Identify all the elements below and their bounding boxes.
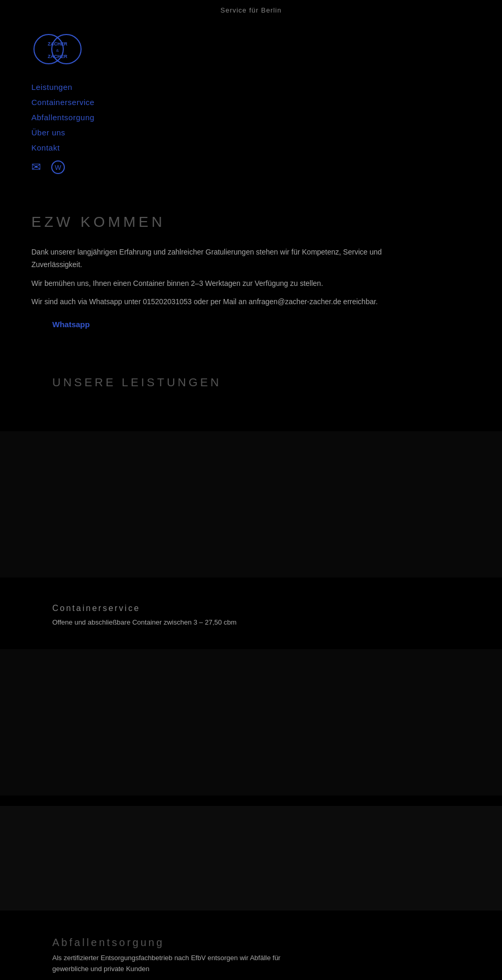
- service-image-3: [0, 806, 502, 910]
- containerservice-desc: Offene und abschließbare Container zwisc…: [52, 617, 471, 628]
- hero-paragraph-2: Wir bemühen uns, Ihnen einen Container b…: [31, 278, 429, 290]
- nav-icons: ✉ W: [31, 160, 471, 177]
- svg-text:&: &: [56, 48, 59, 53]
- top-bar: Service für Berlin: [0, 0, 502, 20]
- svg-text:W: W: [55, 164, 62, 171]
- whatsapp-nav-icon[interactable]: W: [51, 160, 65, 177]
- entsorgung-title: Abfallentsorgung: [52, 937, 471, 949]
- entsorgung-section: Abfallentsorgung Als zertifizierter Ents…: [0, 921, 502, 980]
- nav-item-containerservice[interactable]: Containerservice: [31, 95, 471, 110]
- leistungen-section: UNSERE LEISTUNGEN: [0, 344, 502, 421]
- leistungen-subtitle: UNSERE LEISTUNGEN: [52, 376, 471, 389]
- service-image-1: [0, 431, 502, 578]
- svg-text:ZACHER: ZACHER: [48, 41, 67, 47]
- nav-item-ueber-uns[interactable]: Über uns: [31, 125, 471, 140]
- hero-section: EZW KOMMEN Dank unserer langjährigen Erf…: [0, 182, 502, 344]
- logo-area: ZACHER & ZACHER: [31, 31, 471, 69]
- nav-item-kontakt[interactable]: Kontakt: [31, 140, 471, 155]
- hero-paragraph-3: Wir sind auch via Whatsapp unter 0152020…: [31, 296, 429, 308]
- nav-item-abfallentsorgung[interactable]: Abfallentsorgung: [31, 110, 471, 125]
- whatsapp-link[interactable]: Whatsapp: [52, 320, 90, 329]
- entsorgung-desc: Als zertifizierter Entsorgungsfachbetrie…: [52, 953, 314, 975]
- hero-title: EZW KOMMEN: [31, 214, 471, 230]
- hero-paragraph-1: Dank unserer langjährigen Erfahrung und …: [31, 246, 429, 271]
- mail-icon[interactable]: ✉: [31, 160, 41, 177]
- containerservice-section: Containerservice Offene und abschließbar…: [0, 588, 502, 639]
- svg-text:ZACHER: ZACHER: [48, 54, 67, 59]
- service-image-2: [0, 649, 502, 795]
- nav-item-leistungen[interactable]: Leistungen: [31, 79, 471, 95]
- nav: Leistungen Containerservice Abfallentsor…: [31, 79, 471, 155]
- containerservice-title: Containerservice: [52, 604, 471, 613]
- top-bar-text: Service für Berlin: [221, 6, 282, 14]
- logo: ZACHER & ZACHER: [31, 31, 84, 67]
- header: ZACHER & ZACHER Leistungen Containerserv…: [0, 20, 502, 182]
